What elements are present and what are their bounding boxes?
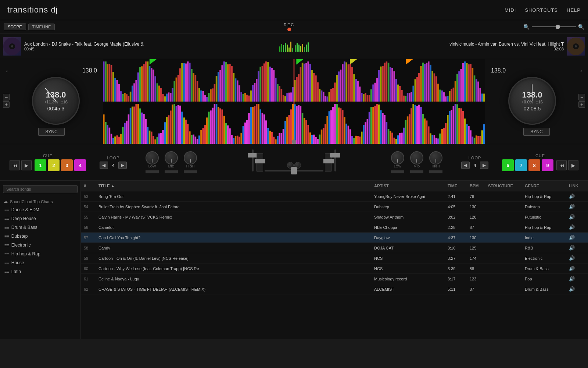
col-structure[interactable]: STRUCTURE	[485, 182, 522, 190]
vu-bar	[304, 47, 305, 52]
right-play-button[interactable]: ▶	[568, 160, 578, 170]
left-sync-button[interactable]: SYNC	[38, 128, 64, 136]
right-fader-handle[interactable]	[330, 153, 340, 158]
track-link-icon[interactable]: 🔊	[566, 254, 588, 262]
track-link-icon[interactable]: 🔊	[566, 202, 588, 211]
svg-rect-130	[338, 71, 340, 102]
left-plus-button[interactable]: +	[3, 101, 10, 108]
table-row[interactable]: 56 Camelot NLE Choppa 2:28 87 Hip-hop & …	[81, 222, 588, 233]
right-minus-button[interactable]: −	[578, 94, 585, 100]
left-high-kill[interactable]	[184, 170, 197, 173]
right-low-kill[interactable]	[391, 170, 404, 173]
track-link-icon[interactable]: 🔊	[566, 223, 588, 231]
table-row[interactable]: 62 CHASE & STATUS - TIME FT DELIAH (ALCE…	[81, 284, 588, 294]
scope-button[interactable]: SCOPE	[4, 24, 26, 30]
right-mid-knob[interactable]	[410, 151, 423, 164]
right-sync-button[interactable]: SYNC	[523, 128, 549, 136]
cue-pad-6[interactable]: 6	[502, 159, 514, 171]
left-loop-next[interactable]: ▶	[118, 162, 127, 169]
left-prev-button[interactable]: ⏮	[10, 160, 20, 170]
svg-rect-289	[246, 120, 248, 144]
cue-pad-4[interactable]: 4	[74, 159, 86, 171]
midi-link[interactable]: MIDI	[505, 7, 516, 13]
col-artist[interactable]: ARTIST	[371, 182, 445, 190]
right-plus-button[interactable]: +	[578, 101, 585, 108]
track-link-icon[interactable]: 🔊	[566, 192, 588, 201]
right-high-kill[interactable]	[429, 170, 442, 173]
cue-pad-3[interactable]: 3	[61, 159, 73, 171]
left-low-label: LOW	[146, 164, 159, 168]
sidebar-item-house[interactable]: ≡≡ House	[0, 258, 80, 267]
cue-pad-7[interactable]: 7	[515, 159, 527, 171]
left-channel-handle[interactable]	[255, 159, 265, 163]
rec-dot[interactable]	[287, 28, 291, 31]
sidebar-item-dubstep[interactable]: ≡≡ Dubstep	[0, 232, 80, 241]
left-minus-button[interactable]: −	[3, 94, 10, 100]
track-link-icon[interactable]: 🔊	[566, 233, 588, 242]
col-num[interactable]: #	[81, 182, 96, 190]
help-link[interactable]: HELP	[567, 7, 581, 13]
right-tempo-knob[interactable]: 138.0 +0.0% ±16 02:08.5	[508, 77, 556, 125]
left-loop-prev[interactable]: ◀	[100, 162, 108, 169]
left-low-knob[interactable]	[146, 151, 159, 164]
crossfader-handle[interactable]	[291, 167, 297, 174]
right-prev-button[interactable]: ⏮	[556, 160, 567, 170]
track-link-icon[interactable]: 🔊	[566, 275, 588, 283]
table-row[interactable]: 53 Bring 'Em Out YoungBoy Never Broke Ag…	[81, 191, 588, 202]
sidebar-item-latin[interactable]: ≡≡ Latin	[0, 267, 80, 276]
track-link-icon[interactable]: 🔊	[566, 285, 588, 293]
track-link-icon[interactable]: 🔊	[566, 264, 588, 273]
table-row[interactable]: 57 Can I Call You Tonight? Dayglow 4:37 …	[81, 233, 588, 243]
svg-rect-79	[240, 92, 242, 102]
table-row[interactable]: 59 Cartoon - On & On (ft. Daniel Levi) […	[81, 253, 588, 263]
cue-pad-8[interactable]: 8	[528, 159, 540, 171]
sidebar-item-deep-house[interactable]: ≡≡ Deep House	[0, 214, 80, 223]
right-mid-kill[interactable]	[410, 170, 423, 173]
svg-rect-29	[145, 61, 147, 102]
svg-rect-306	[279, 133, 280, 144]
table-row[interactable]: 54 Bullet Train by Stephen Swartz ft. Jo…	[81, 202, 588, 212]
sidebar-item-soundcloud[interactable]: ☁ SoundCloud Top Charts	[0, 198, 80, 205]
right-loop-prev[interactable]: ◀	[461, 162, 470, 169]
waveform-bottom[interactable]	[103, 102, 485, 144]
col-title[interactable]: TITLE ▲	[96, 182, 371, 190]
waveform-canvas[interactable]: // Will be generated inline	[103, 59, 485, 144]
left-mid-knob[interactable]	[165, 151, 178, 164]
table-row[interactable]: 60 Cartoon - Why We Lose (feat. Coleman …	[81, 263, 588, 274]
right-low-knob[interactable]	[391, 151, 404, 164]
svg-rect-364	[390, 131, 391, 144]
shortcuts-link[interactable]: SHORTCUTS	[525, 7, 558, 13]
left-high-knob[interactable]	[184, 151, 197, 164]
sidebar-item-drum-bass[interactable]: ≡≡ Drum & Bass	[0, 223, 80, 232]
sidebar-item-electronic[interactable]: ≡≡ Electronic	[0, 241, 80, 250]
left-play-button[interactable]: ▶	[21, 160, 32, 170]
left-channel-fader[interactable]	[257, 153, 263, 171]
col-bpm[interactable]: BPM	[467, 182, 485, 190]
waveform-top[interactable]: // Will be generated inline	[103, 59, 485, 102]
left-mid-kill[interactable]	[165, 170, 178, 173]
app-title: transitions dj	[7, 5, 58, 15]
zoom-slider[interactable]	[532, 26, 576, 27]
right-high-knob[interactable]	[429, 151, 442, 164]
cue-pad-9[interactable]: 9	[542, 159, 553, 171]
track-link-icon[interactable]: 🔊	[566, 244, 588, 252]
track-link-icon[interactable]: 🔊	[566, 213, 588, 221]
left-tempo-knob[interactable]: 138.0 +11.3% ±16 00:45.3	[32, 77, 80, 125]
col-genre[interactable]: GENRE	[522, 182, 566, 190]
right-channel-handle[interactable]	[323, 159, 334, 163]
table-row[interactable]: 55 Calvin Harris - My Way (STVCKS Remix)…	[81, 212, 588, 222]
sidebar-item-dance-edm[interactable]: ≡≡ Dance & EDM	[0, 205, 80, 214]
svg-rect-105	[290, 92, 292, 102]
search-input[interactable]	[3, 185, 78, 193]
left-cue-pads: 1 2 3 4	[35, 159, 86, 171]
timeline-button[interactable]: TIMELINE	[28, 24, 55, 30]
table-row[interactable]: 58 Candy DOJA CAT 3:10 125 R&B 🔊	[81, 243, 588, 253]
col-link[interactable]: LINK	[566, 182, 588, 190]
cue-pad-2[interactable]: 2	[48, 159, 60, 171]
sidebar-item-hiphop[interactable]: ≡≡ Hip-hop & Rap	[0, 250, 80, 258]
col-time[interactable]: TIME	[445, 182, 467, 190]
left-low-kill[interactable]	[146, 170, 159, 173]
right-loop-next[interactable]: ▶	[480, 162, 488, 169]
table-row[interactable]: 61 Celine & Nadya - Lugu Musicology reco…	[81, 274, 588, 284]
cue-pad-1[interactable]: 1	[35, 159, 46, 171]
